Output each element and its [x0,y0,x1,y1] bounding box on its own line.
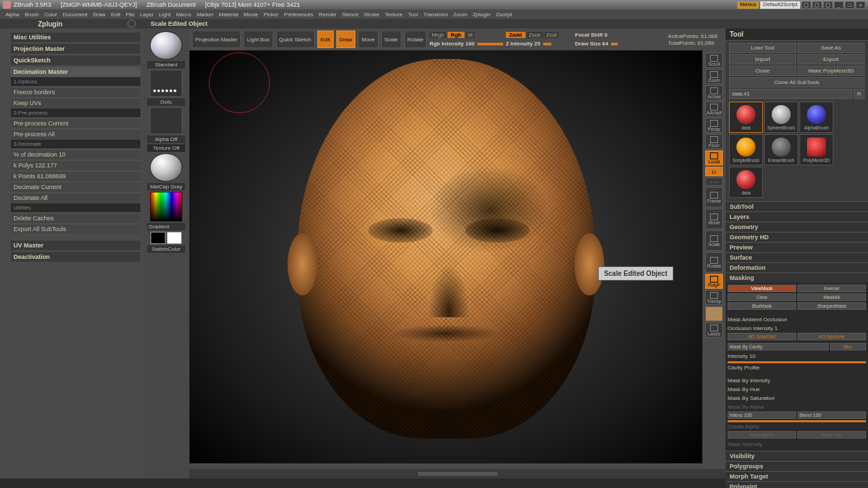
rgb-toggle[interactable]: Rgb [448,32,465,38]
delete-caches[interactable]: Delete Caches [11,213,140,223]
section-visibility[interactable]: Visibility [726,451,868,461]
zcut-toggle[interactable]: Zcut [545,32,559,38]
default-zscript[interactable]: DefaultZScript [760,1,800,9]
local-icon[interactable]: Local [705,150,723,165]
mrgb-toggle[interactable]: Mrgb [429,32,446,38]
swatch-white[interactable] [167,232,182,244]
load-tool-button[interactable]: Load Tool [729,43,796,53]
scroll-icon[interactable]: Scroll [705,53,723,68]
section-geometryhd[interactable]: Geometry HD [726,232,868,242]
menu-file[interactable]: File [125,12,134,18]
decimation-master-header[interactable]: Decimation Master [11,67,140,77]
maskall-button[interactable]: MaskAll [797,293,866,301]
import-button[interactable]: Import [729,54,796,64]
tool-r-button[interactable]: R [854,89,865,99]
ghost-icon[interactable] [705,306,723,321]
rgb-intensity-slider[interactable] [477,43,503,45]
section-polypaint[interactable]: Polypaint [726,481,868,488]
xyz-icon[interactable]: ◦ ◦ ◦ [705,178,723,186]
inverse-button[interactable]: Inverse [797,285,866,292]
menu-render[interactable]: Render [319,12,336,18]
thumb-polymesh3d[interactable]: PolyMesh3D [800,134,833,165]
lasso-icon[interactable]: Lasso [705,323,723,338]
persp-icon[interactable]: Persp [705,118,723,133]
mask-blend[interactable]: Blend 100 [797,411,866,419]
move-button[interactable]: Move [358,30,378,48]
thumb-eraserbrush[interactable]: EraserBrush [764,134,798,165]
export-all-subtools[interactable]: Export All SubTools [11,224,140,234]
actual-icon[interactable]: Actual [705,85,723,100]
left-projection[interactable]: Projection Master [11,44,140,54]
projection-master-button[interactable]: Projection Master [192,30,241,48]
rgb-intensity[interactable]: Rgb Intensity 100 [429,41,474,47]
mask-by-intensity[interactable]: Mask By Intensity [728,376,866,385]
light-box-button[interactable]: Light Box [243,30,273,48]
decimate-current[interactable]: Decimate Current [11,182,140,192]
transp-icon[interactable]: Transp [705,290,723,305]
draw-button[interactable]: Draw [336,30,356,48]
section-masking[interactable]: Masking [726,272,868,283]
ao-scandist[interactable]: AO ScanDist [728,333,796,340]
brush-preview[interactable] [150,31,182,60]
swatch-black[interactable] [151,232,165,244]
section-deformation[interactable]: Deformation [726,262,868,272]
section-geometry[interactable]: Geometry [726,222,868,232]
menu-stencil[interactable]: Stencil [342,12,358,18]
menu-edit[interactable]: Edit [111,12,121,18]
menu-brush[interactable]: Brush [24,12,39,18]
thumb-spherebrush[interactable]: SphereBrush [764,102,798,133]
menu-zoom[interactable]: Zoom [453,12,467,18]
export-button[interactable]: Export [797,54,865,64]
keep-uvs[interactable]: Keep UVs [11,98,140,108]
alpha-preview[interactable] [150,107,182,134]
menu-tool[interactable]: Tool [408,12,418,18]
menu-preferences[interactable]: Preferences [284,12,313,18]
reload-icon[interactable] [127,20,136,28]
polyf-icon[interactable]: PolyF [705,274,723,289]
menu-texture[interactable]: Texture [384,12,402,18]
menu-material[interactable]: Material [219,12,238,18]
close-button[interactable]: × [856,1,865,9]
preprocess-current[interactable]: Pre-process Current [11,118,140,128]
draw-size[interactable]: Draw Size 64 [575,41,608,47]
section-surface[interactable]: Surface [726,252,868,262]
thumb-data[interactable]: data [729,102,763,133]
mask-ao-button[interactable]: Mask Ambient Occlusion [728,315,866,324]
cavity-profile[interactable]: Cavity Profile [728,363,866,372]
frame-icon[interactable]: Frame [705,187,723,207]
minimize-button[interactable]: _ [834,1,844,9]
decimate-all[interactable]: Decimate All [11,192,140,203]
menu-transform[interactable]: Transform [423,12,448,18]
move-icon[interactable]: Move [705,209,723,229]
color-picker[interactable] [150,192,182,222]
clone-button[interactable]: Clone [729,66,796,76]
zsub-toggle[interactable]: Zsub [527,32,543,38]
menu-movie[interactable]: Movie [243,12,258,18]
left-misc[interactable]: Misc Utilities [11,33,140,42]
menu-color[interactable]: Color [44,12,57,18]
blurmask-button[interactable]: BlurMask [728,302,796,310]
quick-sketch-button[interactable]: Quick Sketch [276,30,315,48]
ao-aperture[interactable]: AO Aperture [797,333,866,340]
section-subtool[interactable]: SubTool [726,201,868,211]
make-polymesh3d-button[interactable]: Make PolyMesh3D [797,66,865,76]
switch-color[interactable]: SwitchColor [147,245,185,253]
lr-icon[interactable]: Lr [705,167,723,176]
rotate-button[interactable]: Rotate [404,30,427,48]
z-intensity[interactable]: Z Intensity 25 [506,41,540,47]
clear-button[interactable]: Clear [728,293,796,301]
menu-stroke[interactable]: Stroke [363,12,379,18]
k-polys[interactable]: k Polys 122.177 [11,160,140,170]
mask-intens[interactable]: Intens 100 [728,411,796,419]
win-btn-3[interactable]: ▢ [823,1,833,9]
viewmask-button[interactable]: ViewMask [728,285,796,292]
cavity-intensity[interactable]: Intensity 10 [728,352,866,361]
material-preview[interactable] [150,153,182,182]
maximize-button[interactable]: □ [845,1,854,9]
win-btn-2[interactable]: ▢ [812,1,822,9]
z-intensity-slider[interactable] [543,43,551,45]
floor-icon[interactable]: Floor [705,134,723,149]
thumb-simplebrush[interactable]: SimpleBrush [729,134,763,165]
m-toggle[interactable]: M [466,32,475,38]
scale-icon[interactable]: Scale [705,230,723,251]
